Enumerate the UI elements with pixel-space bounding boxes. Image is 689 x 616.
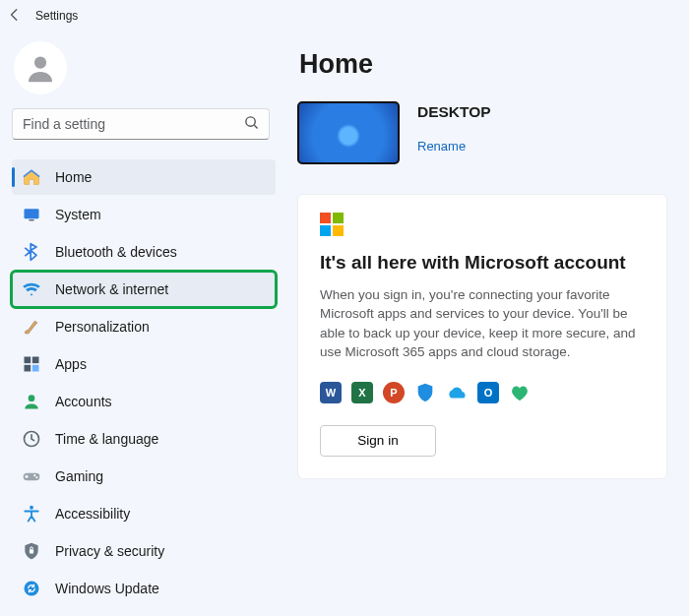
nav-label: Gaming (55, 468, 103, 484)
powerpoint-icon: P (383, 382, 405, 403)
nav-item-home[interactable]: Home (12, 159, 276, 195)
svg-point-15 (25, 582, 39, 596)
svg-point-11 (33, 474, 35, 476)
nav-item-gaming[interactable]: Gaming (12, 459, 276, 494)
apps-icon (22, 354, 41, 374)
bluetooth-icon (22, 242, 41, 262)
nav-label: Network & internet (55, 281, 168, 297)
outlook-icon: O (477, 382, 499, 403)
nav-label: Windows Update (55, 581, 159, 596)
nav-label: Bluetooth & devices (55, 244, 177, 260)
defender-icon (414, 382, 436, 403)
back-button[interactable] (8, 8, 22, 25)
update-icon (22, 579, 41, 598)
svg-rect-5 (32, 357, 39, 364)
search-box[interactable] (12, 108, 270, 140)
svg-rect-6 (25, 365, 31, 372)
brush-icon (22, 317, 41, 337)
page-title: Home (299, 49, 667, 80)
nav-label: System (55, 207, 101, 222)
device-name: DESKTOP (417, 103, 491, 121)
nav-label: Privacy & security (55, 543, 164, 559)
svg-point-1 (246, 117, 255, 126)
window-title: Settings (35, 9, 78, 23)
shield-icon (22, 541, 41, 561)
person-icon (22, 392, 41, 411)
card-title: It's all here with Microsoft account (320, 252, 645, 274)
svg-point-8 (29, 395, 35, 401)
user-avatar[interactable] (14, 41, 67, 94)
ms-account-card: It's all here with Microsoft account Whe… (297, 194, 667, 479)
nav-item-windows-update[interactable]: Windows Update (12, 571, 276, 606)
svg-point-13 (30, 506, 33, 510)
excel-icon: X (351, 382, 373, 403)
nav-label: Apps (55, 356, 87, 372)
wifi-icon (22, 279, 41, 299)
app-icon-row: W X P O (320, 382, 645, 403)
nav-label: Personalization (55, 319, 150, 335)
nav-item-apps[interactable]: Apps (12, 346, 276, 382)
nav-item-accounts[interactable]: Accounts (12, 384, 276, 419)
clock-icon (22, 429, 41, 449)
microsoft-logo-icon (320, 213, 344, 236)
sign-in-button[interactable]: Sign in (320, 425, 436, 457)
nav-label: Accounts (55, 394, 112, 409)
svg-rect-7 (32, 365, 39, 372)
system-icon (22, 205, 41, 224)
svg-point-0 (34, 57, 46, 69)
nav-label: Home (55, 169, 92, 185)
nav-item-bluetooth[interactable]: Bluetooth & devices (12, 234, 276, 270)
accessibility-icon (22, 504, 41, 524)
nav-label: Accessibility (55, 506, 130, 522)
wallpaper-thumbnail[interactable] (297, 101, 400, 164)
rename-link[interactable]: Rename (417, 139, 491, 154)
device-summary: DESKTOP Rename (297, 101, 667, 164)
svg-rect-2 (25, 209, 39, 218)
nav-label: Time & language (55, 431, 158, 447)
svg-rect-14 (30, 549, 33, 553)
nav-item-time-language[interactable]: Time & language (12, 421, 276, 457)
nav-item-personalization[interactable]: Personalization (12, 309, 276, 344)
family-icon (509, 382, 531, 403)
search-input[interactable] (23, 116, 244, 132)
nav-item-system[interactable]: System (12, 197, 276, 232)
nav-item-network[interactable]: Network & internet (12, 272, 276, 307)
nav-item-privacy[interactable]: Privacy & security (12, 533, 276, 569)
nav-item-accessibility[interactable]: Accessibility (12, 496, 276, 531)
card-body: When you sign in, you're connecting your… (320, 285, 645, 362)
home-icon (22, 167, 41, 187)
svg-point-12 (35, 476, 37, 478)
nav-list: Home System Bluetooth & devices Network … (12, 159, 276, 606)
word-icon: W (320, 382, 342, 403)
onedrive-icon (446, 382, 468, 403)
search-icon (244, 115, 259, 133)
gamepad-icon (22, 466, 41, 486)
svg-rect-3 (30, 219, 34, 220)
svg-rect-4 (25, 357, 31, 364)
